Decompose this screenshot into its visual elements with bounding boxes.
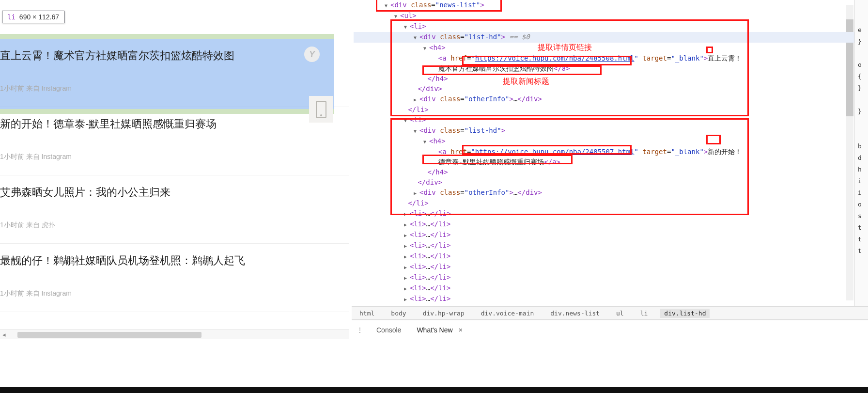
news-meta: 1小时前 来自 虎扑 bbox=[0, 221, 349, 230]
styles-line: } bbox=[858, 106, 866, 117]
styles-line: t bbox=[858, 234, 866, 245]
dom-node-selected[interactable]: <div class="list-hd"> == $0 bbox=[354, 32, 866, 43]
styles-line: } bbox=[858, 36, 866, 47]
breadcrumb-item[interactable]: li bbox=[636, 309, 652, 318]
dom-node[interactable]: </li> bbox=[354, 105, 866, 115]
dom-node[interactable]: </h4> bbox=[354, 167, 866, 177]
styles-line: h bbox=[858, 164, 866, 175]
dom-node[interactable]: <div class="list-hd"> bbox=[354, 126, 866, 136]
dom-node[interactable]: <li>…</li> bbox=[354, 272, 866, 283]
news-title[interactable]: 新的开始！德章泰-默里社媒晒照感慨重归赛场 bbox=[0, 117, 349, 131]
news-source-label: 来自 bbox=[26, 289, 40, 297]
news-time: 1小时前 bbox=[0, 221, 24, 229]
dom-node[interactable]: 德章泰-默里社媒晒照感慨重归赛场</a> bbox=[354, 157, 866, 167]
breadcrumb-item[interactable]: html bbox=[356, 309, 378, 318]
anchor-href[interactable]: https://voice.hupu.com/nba/2485508.html bbox=[475, 54, 635, 62]
styles-line: e bbox=[858, 24, 866, 36]
kebab-icon[interactable]: ⋮ bbox=[356, 326, 364, 334]
news-item[interactable]: 艾弗森晒女儿照片：我的小公主归来 1小时前 来自 虎扑 bbox=[0, 175, 349, 244]
devtools-drawer: ⋮ Console What's New × bbox=[352, 320, 868, 339]
dom-node[interactable]: 魔术官方社媒晒富尔茨扣篮炫酷特效图</a> bbox=[354, 63, 866, 74]
breadcrumb[interactable]: html body div.hp-wrap div.voice-main div… bbox=[352, 306, 868, 320]
mobile-device-icon[interactable] bbox=[309, 96, 333, 123]
news-time: 1小时前 bbox=[0, 84, 24, 92]
anchor-text-wrap: 德章泰-默里社媒晒照感慨重归赛场 bbox=[438, 158, 544, 166]
news-meta: 1小时前 来自 Instagram bbox=[0, 153, 349, 161]
tab-console[interactable]: Console bbox=[373, 323, 404, 337]
styles-line: d bbox=[858, 152, 866, 164]
dom-node[interactable]: <li>…</li> bbox=[354, 294, 866, 304]
styles-line bbox=[858, 117, 866, 129]
dom-node[interactable]: <h4> bbox=[354, 43, 866, 53]
news-source: Instagram bbox=[42, 84, 72, 92]
inspect-tooltip: li 690 × 112.67 bbox=[2, 11, 64, 23]
dom-node[interactable]: <li>…</li> bbox=[354, 240, 866, 251]
dom-node[interactable]: </li> bbox=[354, 198, 866, 208]
dom-node[interactable]: <h4> bbox=[354, 136, 866, 147]
dom-node[interactable]: </div> bbox=[354, 177, 866, 188]
dom-node[interactable]: <li>…</li> bbox=[354, 208, 866, 219]
dom-node[interactable]: </h4> bbox=[354, 74, 866, 84]
dom-node[interactable]: <li> bbox=[354, 115, 866, 126]
inspect-margin-overlay bbox=[0, 109, 334, 114]
breadcrumb-item[interactable]: div.voice-main bbox=[477, 309, 538, 318]
scroll-left-icon[interactable]: ◂ bbox=[0, 331, 8, 339]
breadcrumb-item[interactable]: div.hp-wrap bbox=[419, 309, 468, 318]
dom-node[interactable]: <li>…</li> bbox=[354, 230, 866, 240]
tab-whats-new[interactable]: What's New bbox=[414, 323, 455, 337]
news-item[interactable]: 新的开始！德章泰-默里社媒晒照感慨重归赛场 1小时前 来自 Instagram bbox=[0, 107, 349, 175]
devtools-pane: <div class="news-list"> <ul> <li> <div c… bbox=[352, 0, 868, 339]
news-item[interactable]: 最靓的仔！鹈鹕社媒晒队员机场登机照：鹈鹕人起飞 1小时前 来自 Instagra… bbox=[0, 244, 349, 312]
selected-marker: == $0 bbox=[505, 33, 530, 41]
news-source-label: 来自 bbox=[26, 153, 40, 160]
scrollbar-thumb[interactable] bbox=[17, 332, 202, 338]
dom-node[interactable]: </div> bbox=[354, 84, 866, 94]
news-source: Instagram bbox=[42, 289, 72, 297]
dom-node[interactable]: <div class="otherInfo">…</div> bbox=[354, 94, 866, 105]
styles-line: i bbox=[858, 187, 866, 199]
dom-node[interactable]: <li>…</li> bbox=[354, 283, 866, 294]
dom-tree[interactable]: <div class="news-list"> <ul> <li> <div c… bbox=[352, 0, 868, 315]
news-meta: 1小时前 来自 Instagram bbox=[0, 289, 349, 298]
news-title[interactable]: 艾弗森晒女儿照片：我的小公主归来 bbox=[0, 185, 349, 200]
news-source-label: 来自 bbox=[26, 84, 40, 92]
anchor-text: 直上云霄！ bbox=[708, 54, 742, 62]
news-source: Instagram bbox=[42, 153, 72, 160]
styles-line: s bbox=[858, 210, 866, 222]
anchor-href[interactable]: https://voice.hupu.com/nba/2485507.html bbox=[475, 148, 635, 156]
styles-line bbox=[858, 47, 866, 59]
breadcrumb-item[interactable]: ul bbox=[612, 309, 628, 318]
styles-line: } bbox=[858, 82, 866, 94]
styles-line: i bbox=[858, 175, 866, 187]
news-title[interactable]: 最靓的仔！鹈鹕社媒晒队员机场登机照：鹈鹕人起飞 bbox=[0, 253, 349, 268]
breadcrumb-item[interactable]: div.news-list bbox=[546, 309, 604, 318]
dom-node[interactable]: <li>…</li> bbox=[354, 262, 866, 272]
styles-line: { bbox=[858, 71, 866, 82]
dom-node[interactable]: <a href="https://voice.hupu.com/nba/2485… bbox=[354, 147, 866, 157]
breadcrumb-item[interactable]: div.list-hd bbox=[660, 309, 710, 318]
dom-node[interactable]: <ul> bbox=[354, 11, 866, 21]
taskbar bbox=[0, 387, 868, 393]
tooltip-dimensions: 690 × 112.67 bbox=[19, 13, 59, 21]
dom-node[interactable]: <a href="https://voice.hupu.com/nba/2485… bbox=[354, 53, 866, 63]
styles-line: t bbox=[858, 245, 866, 257]
styles-line bbox=[858, 94, 866, 106]
breadcrumb-item[interactable]: body bbox=[387, 309, 410, 318]
styles-line: o bbox=[858, 59, 866, 71]
news-title[interactable]: 直上云霄！魔术官方社媒晒富尔茨扣篮炫酷特效图 bbox=[0, 48, 349, 63]
tooltip-tag: li bbox=[7, 13, 16, 21]
news-source: 虎扑 bbox=[42, 221, 55, 229]
dom-node[interactable]: <li> bbox=[354, 21, 866, 32]
dom-node[interactable]: <li>…</li> bbox=[354, 251, 866, 262]
dom-node[interactable]: <div class="otherInfo">…</div> bbox=[354, 188, 866, 198]
news-source-label: 来自 bbox=[26, 221, 40, 229]
rendered-page-pane: li 690 × 112.67 Y 直上云霄！魔术官方社媒晒富尔茨扣篮炫酷特效图… bbox=[0, 0, 349, 339]
styles-line: t bbox=[858, 222, 866, 234]
news-time: 1小时前 bbox=[0, 153, 24, 160]
close-icon[interactable]: × bbox=[459, 326, 463, 334]
anchor-text-wrap: 魔术官方社媒晒富尔茨扣篮炫酷特效图 bbox=[438, 64, 554, 72]
dom-node[interactable]: <div class="news-list"> bbox=[354, 0, 866, 11]
horizontal-scrollbar[interactable]: ◂ bbox=[0, 330, 349, 339]
dom-node[interactable]: <li>…</li> bbox=[354, 219, 866, 230]
anchor-target: _blank bbox=[675, 148, 700, 156]
